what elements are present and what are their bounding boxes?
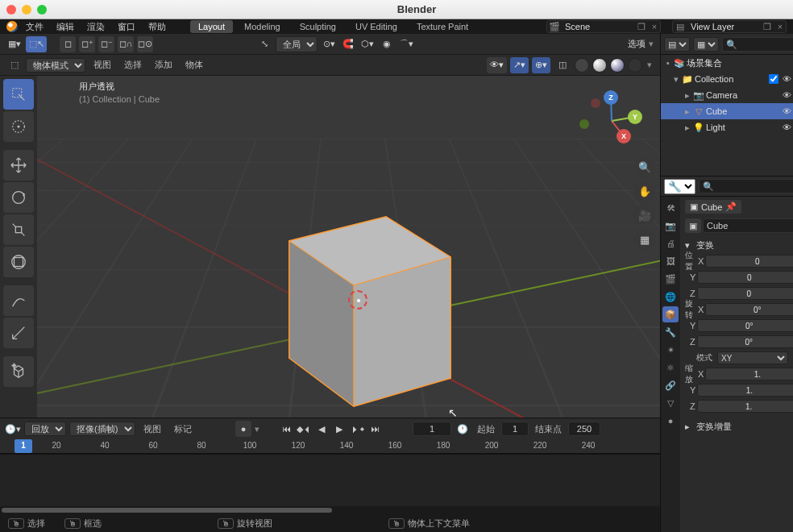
timeline-ruler[interactable]: 1 20 40 60 80 100 120 140 160 180 200 22… bbox=[0, 439, 660, 454]
move-tool[interactable] bbox=[3, 150, 34, 181]
eye-icon[interactable]: 👁 bbox=[780, 123, 793, 132]
scene-selector[interactable]: 🎬 ❐ × bbox=[546, 20, 661, 33]
perspective-toggle-icon[interactable]: ▦ bbox=[634, 229, 655, 250]
menu-select[interactable]: 选择 bbox=[119, 57, 147, 73]
keyframe-next-icon[interactable]: ⏵◆ bbox=[350, 422, 364, 436]
measure-tool[interactable] bbox=[3, 318, 34, 348]
loc-y-input[interactable] bbox=[697, 271, 793, 284]
nav-gizmo[interactable]: X Y Z bbox=[581, 90, 642, 152]
object-name-input[interactable] bbox=[703, 218, 793, 233]
tab-viewlayer-icon[interactable]: 🖼 bbox=[662, 253, 679, 269]
workspace-layout[interactable]: Layout bbox=[190, 20, 233, 33]
orientation-icon[interactable]: ⤡ bbox=[256, 36, 272, 52]
proportional-icon[interactable]: ◉ bbox=[379, 36, 395, 52]
outliner-display-select[interactable]: ▤ bbox=[664, 37, 690, 52]
visibility-selectable[interactable]: 👁▾ bbox=[487, 57, 507, 73]
outliner-item-cube[interactable]: ▸▽Cube👁 bbox=[661, 103, 793, 119]
workspace-modeling[interactable]: Modeling bbox=[236, 20, 289, 33]
tab-data-icon[interactable]: ▽ bbox=[662, 395, 679, 411]
options-menu[interactable]: 选项 bbox=[628, 38, 646, 50]
camera-view-icon[interactable]: 🎥 bbox=[634, 205, 655, 226]
clock-icon[interactable]: 🕐 bbox=[455, 421, 471, 437]
shading-wireframe-icon[interactable] bbox=[575, 58, 589, 73]
auto-key-toggle[interactable]: ● bbox=[235, 421, 251, 437]
transform-tool[interactable] bbox=[3, 247, 34, 277]
editor-type-icon[interactable]: ▦▾ bbox=[6, 36, 23, 52]
viewlayer-selector[interactable]: ▤ ❐ × bbox=[672, 20, 787, 33]
transform-panel-header[interactable]: ▾变换 bbox=[685, 238, 788, 253]
chevron-down-icon[interactable]: ▾ bbox=[646, 60, 654, 70]
current-frame-input[interactable] bbox=[413, 422, 451, 436]
maximize-window-icon[interactable] bbox=[37, 5, 47, 15]
shading-material-icon[interactable] bbox=[610, 58, 625, 73]
playback-menu[interactable]: 回放 bbox=[24, 422, 66, 436]
collection-enable-checkbox[interactable] bbox=[769, 74, 778, 84]
rot-y-input[interactable] bbox=[697, 319, 793, 332]
playhead[interactable]: 1 bbox=[15, 439, 32, 453]
loc-z-input[interactable] bbox=[697, 287, 793, 300]
rot-z-input[interactable] bbox=[697, 335, 793, 348]
gizmo-z[interactable]: Z bbox=[604, 90, 618, 105]
tab-tool-icon[interactable]: 🛠 bbox=[662, 200, 679, 216]
jump-start-icon[interactable]: ⏮ bbox=[279, 422, 293, 436]
scene-name-input[interactable] bbox=[562, 22, 634, 31]
tab-physics-icon[interactable]: ⚛ bbox=[662, 360, 679, 376]
outliner-tree[interactable]: ▪📚场景集合 ▾📁Collection 👁 ▸📷Camera👁 ▸▽Cube👁 … bbox=[661, 55, 793, 176]
select-mode-subtract-icon[interactable]: ◻⁻ bbox=[98, 36, 114, 52]
pin-icon[interactable]: 📌 bbox=[725, 202, 737, 212]
menu-object[interactable]: 物体 bbox=[181, 57, 208, 73]
rot-x-input[interactable] bbox=[705, 303, 793, 316]
loc-x-input[interactable] bbox=[705, 255, 793, 268]
copy-icon[interactable]: ❐ bbox=[634, 22, 649, 32]
snap-icon[interactable]: 🧲 bbox=[340, 36, 356, 52]
workspace-texture[interactable]: Texture Paint bbox=[409, 20, 476, 33]
outliner-filter-select[interactable]: ▦ bbox=[693, 37, 719, 52]
properties-search-input[interactable] bbox=[699, 179, 793, 193]
menu-marker[interactable]: 标记 bbox=[169, 422, 197, 437]
keying-menu[interactable]: 抠像(插帧) bbox=[69, 422, 135, 436]
breadcrumb[interactable]: ▣Cube📌 bbox=[685, 200, 741, 214]
select-mode-set-icon[interactable]: ◻ bbox=[60, 36, 76, 52]
scale-y-input[interactable] bbox=[697, 384, 793, 397]
menu-file[interactable]: 文件 bbox=[21, 19, 48, 35]
menu-help[interactable]: 帮助 bbox=[143, 19, 171, 35]
menu-edit[interactable]: 编辑 bbox=[52, 19, 79, 35]
zoom-icon[interactable]: 🔍 bbox=[634, 156, 655, 177]
menu-add[interactable]: 添加 bbox=[150, 57, 177, 73]
shading-rendered-icon[interactable] bbox=[628, 58, 642, 73]
play-reverse-icon[interactable]: ◀ bbox=[314, 422, 329, 436]
proportional-falloff-icon[interactable]: ⌒▾ bbox=[398, 36, 414, 52]
select-mode-intersect-icon[interactable]: ◻∩ bbox=[118, 36, 134, 52]
play-icon[interactable]: ▶ bbox=[332, 422, 347, 436]
tab-world-icon[interactable]: 🌐 bbox=[662, 289, 679, 305]
pivot-icon[interactable]: ⊙▾ bbox=[321, 36, 337, 52]
gizmo-toggle[interactable]: ↗▾ bbox=[510, 57, 529, 73]
eye-icon[interactable]: 👁 bbox=[780, 90, 793, 100]
3d-viewport[interactable]: 用户透视 (1) Collection | Cube X Y Z bbox=[37, 76, 660, 418]
select-mode-invert-icon[interactable]: ◻⊙ bbox=[137, 36, 153, 52]
mode-select[interactable]: 物体模式 bbox=[26, 58, 85, 73]
gizmo-y-neg[interactable] bbox=[579, 119, 589, 129]
start-frame-input[interactable] bbox=[501, 422, 529, 436]
xray-toggle-icon[interactable]: ◫ bbox=[554, 57, 571, 73]
rotation-mode-select[interactable]: XY bbox=[717, 351, 788, 364]
outliner-search-input[interactable] bbox=[722, 37, 793, 52]
add-cube-tool[interactable]: + bbox=[3, 356, 34, 387]
properties-editor-select[interactable]: 🔧 bbox=[664, 179, 695, 194]
workspace-uv[interactable]: UV Editing bbox=[347, 20, 405, 33]
orientation-select[interactable]: 全局 bbox=[276, 36, 318, 52]
editor-type-icon[interactable]: ⬚ bbox=[6, 57, 23, 73]
select-mode-extend-icon[interactable]: ◻⁺ bbox=[79, 36, 95, 52]
menu-view[interactable]: 视图 bbox=[89, 57, 116, 73]
tab-particles-icon[interactable]: ✴ bbox=[662, 342, 679, 358]
timeline-scrollbar[interactable] bbox=[0, 506, 660, 514]
select-box-tool[interactable] bbox=[3, 79, 34, 110]
tab-material-icon[interactable]: ● bbox=[662, 413, 679, 429]
tab-output-icon[interactable]: 🖨 bbox=[662, 235, 679, 251]
select-tool-icon[interactable]: ⬚↖ bbox=[26, 36, 47, 52]
delta-panel-header[interactable]: ▸变换增量 bbox=[685, 419, 788, 434]
tab-constraints-icon[interactable]: 🔗 bbox=[662, 377, 679, 393]
menu-render[interactable]: 渲染 bbox=[82, 19, 110, 35]
gizmo-x-neg[interactable] bbox=[591, 98, 600, 108]
copy-icon[interactable]: ❐ bbox=[760, 22, 774, 32]
